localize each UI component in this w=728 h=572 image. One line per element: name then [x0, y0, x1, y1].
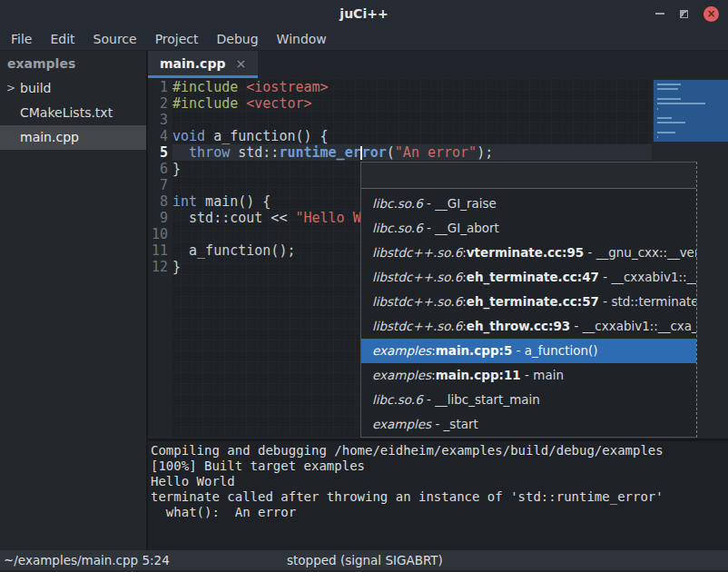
frame-separator: - [431, 417, 443, 431]
menu-item-project[interactable]: Project [146, 27, 208, 51]
overview-code-line [657, 122, 685, 123]
sidebar-item-cmakelists-txt[interactable]: CMakeLists.txt [0, 101, 146, 125]
frame-file-line: eh_terminate.cc:57 [467, 294, 599, 309]
stack-frame[interactable]: libstdc++.so.6:vterminate.cc:95 - __gnu_… [361, 241, 696, 265]
frame-function: __GI_abort [435, 221, 499, 235]
terminal-line: Compiling and debugging /home/eidheim/ex… [151, 443, 728, 459]
line-number: 8 [148, 193, 172, 210]
tab-main-cpp[interactable]: main.cpp× [148, 51, 258, 78]
menu-item-window[interactable]: Window [268, 27, 336, 51]
frame-separator: - [423, 196, 435, 211]
frame-file-line: eh_throw.cc:93 [467, 319, 570, 333]
code-editor[interactable]: 123456789101112 #include <iostream>#incl… [148, 78, 728, 439]
frame-separator: - [570, 319, 582, 333]
backtrace-popup: libc.so.6 - __GI_raiselibc.so.6 - __GI_a… [360, 162, 697, 438]
stack-frame[interactable]: libstdc++.so.6:eh_terminate.cc:47 - __cx… [361, 265, 696, 290]
terminal-line: Hello World [151, 474, 728, 489]
code-token: std::cout << [172, 210, 295, 226]
sidebar-item-label: CMakeLists.txt [20, 105, 113, 120]
backtrace-list: libc.so.6 - __GI_raiselibc.so.6 - __GI_a… [361, 189, 696, 437]
overview-code-line [657, 132, 675, 133]
menu-item-file[interactable]: File [2, 27, 41, 51]
stack-frame[interactable]: libc.so.6 - __libc_start_main [361, 388, 696, 412]
menu-item-debug[interactable]: Debug [208, 27, 268, 51]
frame-file-line: eh_terminate.cc:47 [467, 270, 599, 284]
file-tree: >buildCMakeLists.txtmain.cpp [0, 76, 146, 150]
frame-function: __cxxabiv1::__cxa_throw [583, 319, 696, 333]
terminal-line: what(): An error [151, 505, 728, 520]
code-token: throw [189, 144, 230, 161]
code-token: a_function(); [172, 242, 295, 259]
stack-frame[interactable]: libc.so.6 - __GI_abort [361, 216, 696, 241]
status-file-location: ~/examples/main.cpp 5:24 [4, 550, 170, 570]
line-number: 11 [148, 242, 172, 259]
stack-frame[interactable]: libc.so.6 - __GI_raise [361, 192, 696, 216]
titlebar[interactable]: juCi++ × [0, 0, 728, 27]
sidebar-item-label: build [20, 81, 51, 95]
file-tree-panel: examples >buildCMakeLists.txtmain.cpp [0, 51, 146, 550]
stack-frame[interactable]: examples - _start [361, 412, 696, 437]
menu-item-source[interactable]: Source [84, 27, 146, 51]
backtrace-popup-header [361, 163, 696, 189]
project-name-header: examples [0, 51, 146, 76]
status-debug-state: stopped (signal SIGABRT) [287, 550, 443, 570]
stack-frame[interactable]: libstdc++.so.6:eh_terminate.cc:57 - std:… [361, 290, 696, 314]
line-number: 5 [148, 144, 172, 161]
frame-function: __gnu_cxx::__verbose [596, 245, 696, 260]
frame-library: libstdc++.so.6 [372, 294, 462, 309]
code-token: a_function() { [205, 128, 328, 144]
code-token: "Hello W [295, 210, 360, 226]
code-line[interactable]: void a_function() { [172, 128, 652, 144]
overview-code-line [657, 136, 658, 138]
line-number: 4 [148, 128, 172, 144]
frame-file-line: main.cpp:11 [436, 368, 521, 382]
terminal-output[interactable]: Compiling and debugging /home/eidheim/ex… [148, 441, 728, 550]
overview-map-viewport[interactable] [654, 80, 728, 142]
frame-file-line: main.cpp:5 [436, 343, 513, 358]
line-number: 3 [148, 112, 172, 128]
menubar: FileEditSourceProjectDebugWindow [0, 27, 728, 51]
close-icon[interactable]: × [703, 6, 719, 22]
code-token: int [172, 193, 197, 210]
frame-library: libc.so.6 [372, 221, 423, 235]
line-number: 12 [148, 259, 172, 275]
frame-function: a_function() [525, 343, 598, 358]
sidebar-item-main-cpp[interactable]: main.cpp [0, 125, 146, 150]
frame-function: __cxxabiv1::__termin [611, 270, 696, 284]
code-line[interactable]: throw std::runtime_error("An error"); [172, 144, 652, 161]
line-number: 2 [148, 95, 172, 112]
overview-code-line [657, 108, 658, 110]
window-controls: × [655, 0, 719, 27]
code-line[interactable]: #include <iostream> [172, 79, 652, 95]
overview-code-line [657, 98, 681, 100]
frame-library: examples [372, 343, 431, 358]
line-number: 7 [148, 177, 172, 193]
overview-code-line [657, 88, 678, 90]
code-line[interactable]: #include <vector> [172, 95, 652, 112]
menu-item-edit[interactable]: Edit [41, 27, 84, 51]
frame-separator: - [423, 221, 435, 235]
stack-frame[interactable]: examples:main.cpp:5 - a_function() [361, 339, 696, 363]
frame-file-line: vterminate.cc:95 [467, 245, 584, 260]
line-number-gutter: 123456789101112 [148, 78, 172, 439]
code-token: runtime_er [279, 144, 360, 161]
frame-separator: - [599, 270, 611, 284]
sidebar-item-build[interactable]: >build [0, 76, 146, 101]
juci-window: juCi++ × FileEditSourceProjectDebugWindo… [0, 0, 728, 572]
expander-icon[interactable]: > [6, 76, 15, 101]
frame-library: libstdc++.so.6 [372, 245, 462, 260]
restore-icon[interactable] [680, 10, 688, 18]
code-token: ); [477, 144, 493, 161]
stack-frame[interactable]: libstdc++.so.6:eh_throw.cc:93 - __cxxabi… [361, 314, 696, 339]
code-token: } [172, 161, 181, 177]
frame-library: libc.so.6 [372, 196, 423, 211]
overview-code-line [657, 84, 681, 85]
frame-separator: - [423, 392, 435, 407]
minimize-icon[interactable] [655, 13, 664, 15]
frame-function: main [533, 368, 564, 382]
code-line[interactable] [172, 112, 652, 128]
tab-label: main.cpp [160, 56, 225, 71]
tab-close-icon[interactable]: × [235, 56, 246, 71]
frame-separator: - [599, 294, 611, 309]
stack-frame[interactable]: examples:main.cpp:11 - main [361, 363, 696, 388]
